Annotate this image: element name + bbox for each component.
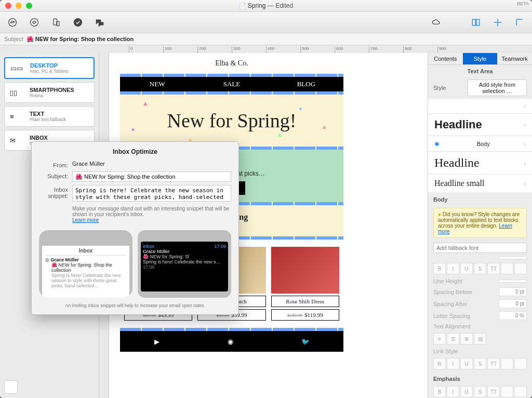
format-b-button[interactable]: B bbox=[433, 263, 446, 274]
format-b-button[interactable]: B bbox=[433, 386, 446, 397]
nav-new[interactable]: NEW bbox=[120, 77, 194, 91]
align-center-icon[interactable]: ☰ bbox=[447, 333, 459, 344]
color-swatch[interactable] bbox=[514, 358, 527, 369]
snippet-input[interactable] bbox=[72, 185, 231, 202]
nav-blog[interactable]: BLOG bbox=[269, 77, 343, 91]
align-justify-icon[interactable]: ▤ bbox=[474, 333, 486, 344]
corner-icon[interactable] bbox=[513, 16, 526, 29]
align-right-icon[interactable]: ≣ bbox=[460, 333, 473, 344]
alignment-label: Text Alignment bbox=[433, 323, 527, 329]
style-option[interactable]: Headline small› bbox=[428, 174, 532, 192]
watch-time: 17:09 bbox=[214, 244, 226, 249]
letter-spacing-field[interactable]: 0 % bbox=[499, 311, 527, 320]
link-style-label: Link Style bbox=[433, 348, 527, 354]
format-tt-button[interactable]: TT bbox=[487, 358, 500, 369]
device-smartphones[interactable]: ▯▯SMARTPHONESRetina bbox=[4, 82, 95, 103]
letter-spacing-label: Letter Spacing bbox=[433, 313, 496, 319]
add-style-button[interactable]: Add style from selection … bbox=[468, 79, 527, 96]
style-option[interactable]: Headline› bbox=[428, 113, 532, 136]
subject-label: Subject bbox=[4, 36, 23, 42]
chat-icon[interactable] bbox=[94, 16, 106, 29]
spacing-before-field[interactable]: 0 pt bbox=[499, 287, 527, 296]
tab-style[interactable]: Style bbox=[463, 53, 498, 64]
watch-time2: 17:09 bbox=[143, 264, 226, 270]
check-icon[interactable] bbox=[72, 16, 84, 29]
format-tt-button[interactable]: TT bbox=[487, 263, 500, 274]
fallback-font-input[interactable] bbox=[433, 243, 527, 253]
hero[interactable]: New for Spring! ▲ ● ▲ ▲ ● ▲ bbox=[120, 95, 343, 147]
tip-box: ● Did you know? Style changes are automa… bbox=[433, 208, 527, 238]
inspector-tabs: ContentsStyleTeamwork bbox=[428, 53, 532, 65]
align-icon[interactable] bbox=[491, 16, 504, 29]
phone-inbox-header: Inbox bbox=[45, 248, 126, 256]
color-swatch[interactable] bbox=[514, 386, 527, 397]
inbox-optimize-popover: Inbox Optimize From:Grace Müller Subject… bbox=[31, 141, 239, 315]
spacing-after-label: Spacing After bbox=[433, 301, 496, 307]
inspector: ContentsStyleTeamwork Text Area Style Ad… bbox=[428, 53, 532, 398]
snippet-hint: Make your message stand out with an inte… bbox=[72, 206, 231, 223]
format-u-button[interactable]: U bbox=[460, 386, 473, 397]
layout-icon[interactable] bbox=[470, 16, 482, 29]
tab-teamwork[interactable]: Teamwork bbox=[497, 53, 532, 64]
spacing-before-label: Spacing Before bbox=[433, 289, 496, 295]
emphasis-heading: Emphasis bbox=[428, 372, 532, 384]
phone-snippet: Spring is here! Celebrate the new season… bbox=[51, 273, 126, 288]
body-heading: Body bbox=[428, 192, 532, 205]
svg-rect-6 bbox=[476, 19, 480, 25]
spacing-after-field[interactable]: 0 pt bbox=[499, 299, 527, 308]
device-text[interactable]: ≡TEXTPlain text fallback bbox=[4, 106, 95, 127]
instagram-icon[interactable]: ◉ bbox=[228, 338, 233, 346]
youtube-icon[interactable]: ▶ bbox=[154, 338, 159, 346]
line-height-field[interactable] bbox=[499, 280, 527, 283]
toolbar bbox=[0, 12, 532, 33]
format-i-button[interactable]: I bbox=[447, 358, 459, 369]
cloud-icon[interactable] bbox=[430, 16, 443, 29]
email-nav: NEW SALE BLOG bbox=[120, 77, 343, 91]
subject-value[interactable]: 🌺 NEW for Spring: Shop the collection bbox=[26, 36, 134, 43]
format-s-button[interactable]: S bbox=[474, 386, 486, 397]
subject-bar: Subject 🌺 NEW for Spring: Shop the colle… bbox=[0, 33, 532, 45]
app-window: Spring — Edited BETA Subject 🌺 NEW for S… bbox=[0, 0, 532, 398]
popover-title: Inbox Optimize bbox=[39, 148, 231, 155]
device-desktop[interactable]: ▭▭DESKTOPMac, PC & Tablets bbox=[4, 57, 95, 79]
line-height-label: Line Height bbox=[433, 278, 496, 284]
watch-subject: 🌺 NEW for Spring: Sl bbox=[143, 254, 226, 259]
window-title: Spring — Edited bbox=[0, 2, 532, 9]
align-left-icon[interactable]: ≡ bbox=[433, 333, 446, 344]
watch-app: Inbox bbox=[143, 244, 154, 249]
phone-preview: Inbox ◎ Grace Müller 🌺 NEW for Spring: S… bbox=[39, 230, 132, 298]
subject-input[interactable] bbox=[72, 171, 231, 182]
svg-rect-5 bbox=[472, 19, 475, 25]
style-label: Style bbox=[433, 85, 464, 91]
format-i-button[interactable]: I bbox=[447, 386, 459, 397]
style-option[interactable]: › bbox=[428, 98, 532, 113]
format-tt-button[interactable]: TT bbox=[487, 386, 500, 397]
format-s-button[interactable]: S bbox=[474, 263, 486, 274]
format-s-button[interactable]: S bbox=[474, 358, 486, 369]
style-option[interactable]: Headline› bbox=[428, 151, 532, 174]
watch-sender: Grace Müller bbox=[143, 249, 226, 254]
tab-contents[interactable]: Contents bbox=[428, 53, 463, 64]
nav-sale[interactable]: SALE bbox=[194, 77, 269, 91]
color-swatch[interactable] bbox=[514, 263, 527, 274]
twitter-icon[interactable]: 🐦 bbox=[301, 338, 310, 346]
learn-more-link[interactable]: Learn more bbox=[72, 217, 99, 223]
format-u-button[interactable]: U bbox=[460, 358, 473, 369]
watch-preview: Inbox17:09 Grace Müller 🌺 NEW for Spring… bbox=[138, 230, 231, 298]
from-label: From: bbox=[39, 161, 72, 168]
send-test-icon[interactable] bbox=[6, 16, 19, 29]
send-icon[interactable] bbox=[28, 16, 41, 29]
from-value: Grace Müller bbox=[72, 161, 231, 167]
device-icon[interactable] bbox=[50, 16, 62, 29]
titlebar: Spring — Edited BETA bbox=[0, 0, 532, 12]
format-i-button[interactable]: I bbox=[447, 263, 459, 274]
format-b-button[interactable]: B bbox=[433, 358, 446, 369]
product-card[interactable]: Rose Shift Dress$189.99$119.99 bbox=[271, 247, 339, 321]
font-size-field[interactable] bbox=[499, 256, 527, 259]
page-thumb-icon[interactable] bbox=[4, 380, 18, 394]
phone-sender: Grace Müller bbox=[51, 257, 79, 262]
section-title: Text Area bbox=[428, 65, 532, 77]
snippet-label: Inbox snippet: bbox=[39, 185, 72, 199]
style-option[interactable]: ◉Body› bbox=[428, 136, 532, 151]
format-u-button[interactable]: U bbox=[460, 263, 473, 274]
